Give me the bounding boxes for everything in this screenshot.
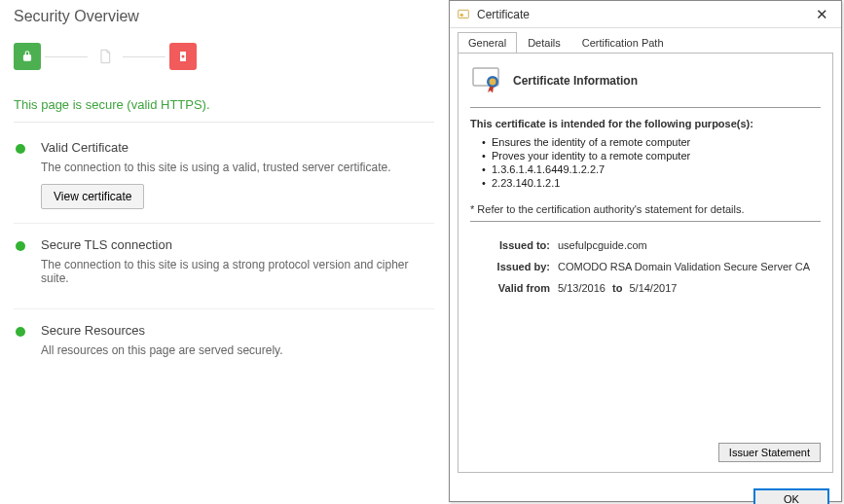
purpose-item: 2.23.140.1.2.1 xyxy=(492,176,821,190)
certificate-icon xyxy=(456,7,471,22)
section-valid-certificate: Valid Certificate The connection to this… xyxy=(14,126,434,224)
page-title: Security Overview xyxy=(14,8,434,25)
cert-info-heading: Certificate Information xyxy=(513,74,638,88)
dialog-footer: OK xyxy=(450,481,841,504)
cert-info-grid: Issued to: usefulpcguide.com Issued by: … xyxy=(470,232,821,294)
purpose-item: Proves your identity to a remote compute… xyxy=(492,149,821,162)
issuer-statement-button[interactable]: Issuer Statement xyxy=(718,443,821,462)
svg-point-1 xyxy=(460,13,464,16)
section-title: Valid Certificate xyxy=(41,140,434,155)
ok-button[interactable]: OK xyxy=(753,488,829,504)
divider xyxy=(470,107,821,108)
certificate-dialog: Certificate ✕ General Details Certificat… xyxy=(449,0,842,502)
purpose-heading: This certificate is intended for the fol… xyxy=(470,118,821,129)
section-resources: Secure Resources All resources on this p… xyxy=(14,309,434,380)
svg-rect-0 xyxy=(459,10,469,18)
purpose-list: Ensures the identity of a remote compute… xyxy=(470,135,821,190)
issued-to-label: Issued to: xyxy=(480,239,558,251)
divider xyxy=(470,221,821,222)
certificate-ribbon-icon xyxy=(472,65,503,95)
section-tls: Secure TLS connection The connection to … xyxy=(14,224,434,309)
view-certificate-button[interactable]: View certificate xyxy=(41,184,144,209)
issued-by-value: COMODO RSA Domain Validation Secure Serv… xyxy=(558,261,821,272)
issued-by-label: Issued by: xyxy=(480,261,558,272)
svg-point-4 xyxy=(490,79,496,86)
close-button[interactable]: ✕ xyxy=(802,1,841,27)
tab-certification-path[interactable]: Certification Path xyxy=(571,32,675,53)
status-dot-icon xyxy=(16,144,25,154)
dialog-title: Certificate xyxy=(477,8,802,21)
section-title: Secure TLS connection xyxy=(41,237,434,252)
step-divider xyxy=(123,56,165,57)
dialog-titlebar[interactable]: Certificate ✕ xyxy=(450,1,841,28)
blocked-icon xyxy=(169,43,197,70)
purpose-item: 1.3.6.1.4.1.6449.1.2.2.7 xyxy=(492,162,821,176)
valid-from-value: 5/13/2016 xyxy=(558,282,605,294)
lock-icon xyxy=(14,43,41,70)
section-desc: The connection to this site is using a v… xyxy=(41,161,434,174)
refer-note: * Refer to the certification authority's… xyxy=(470,203,821,215)
cert-info-header: Certificate Information xyxy=(470,63,821,105)
tab-details[interactable]: Details xyxy=(517,32,571,53)
close-icon: ✕ xyxy=(816,6,828,23)
tab-body-general: Certificate Information This certificate… xyxy=(458,53,833,473)
status-dot-icon xyxy=(16,327,25,337)
security-overview-panel: Security Overview This page is secure (v… xyxy=(0,0,448,504)
section-desc: The connection to this site is using a s… xyxy=(41,258,434,285)
section-desc: All resources on this page are served se… xyxy=(41,343,434,357)
valid-to-label: to xyxy=(612,282,622,294)
tab-general[interactable]: General xyxy=(458,32,517,53)
purpose-item: Ensures the identity of a remote compute… xyxy=(492,135,821,149)
valid-to-value: 5/14/2017 xyxy=(629,282,677,294)
valid-range: 5/13/2016 to 5/14/2017 xyxy=(558,282,821,294)
step-divider xyxy=(45,56,88,57)
status-dot-icon xyxy=(16,241,25,251)
section-title: Secure Resources xyxy=(41,323,434,338)
document-icon xyxy=(92,43,119,70)
secure-banner: This page is secure (valid HTTPS). xyxy=(14,90,434,123)
valid-from-label: Valid from xyxy=(480,282,558,294)
step-indicator xyxy=(14,43,434,70)
tab-strip: General Details Certification Path xyxy=(450,28,841,53)
issued-to-value: usefulpcguide.com xyxy=(558,239,821,251)
